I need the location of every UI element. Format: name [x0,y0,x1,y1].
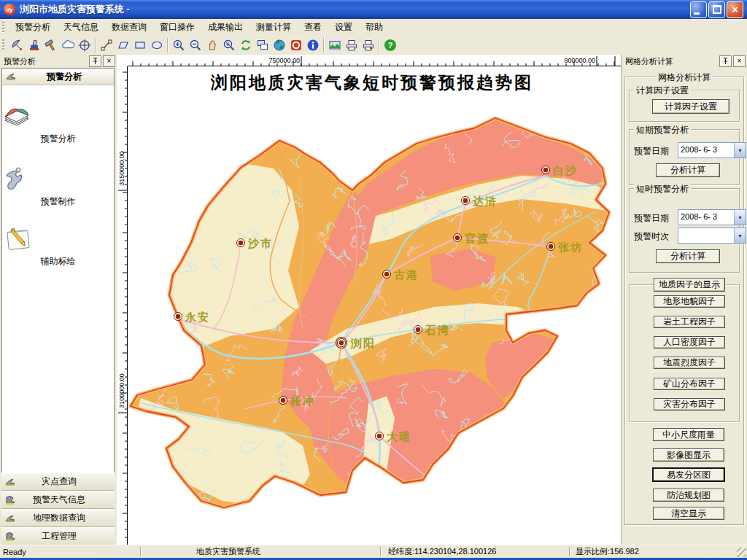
terrain-factor-button[interactable]: 地形地貌因子 [654,295,725,308]
disaster-factor-button[interactable]: 灾害分布因子 [654,398,725,411]
menu-item-6[interactable]: 查看 [298,19,328,36]
info-icon [306,38,320,52]
hand-stamp-icon [4,495,17,505]
bar-geo-data-query[interactable]: 地理数据查询 [1,509,115,527]
tool-warning-analysis[interactable]: 预警分析 [2,106,114,145]
bar-warning-weather-info[interactable]: 预警天气信息 [1,491,115,509]
warning-date-select[interactable]: 2008- 6- 3 ▼ [678,142,746,158]
svg-text:800000.00: 800000.00 [564,57,595,64]
menu-item-0[interactable]: 预警分析 [9,19,57,36]
geo-factor-display-button[interactable]: 地质因子的显示 [654,278,725,292]
print-preview-icon [361,38,376,52]
menu-grip-handle[interactable] [2,22,4,33]
draw-line-icon [99,38,114,52]
warning-date-select[interactable]: 2008- 6- 3 ▼ [678,209,746,225]
menu-item-3[interactable]: 窗口操作 [153,19,201,36]
status-bar: Ready 地质灾害预警系统 经纬度:114.230104,28.100126 … [0,545,747,558]
prevention-plan-button[interactable]: 防治规划图 [653,489,724,502]
book-icon [2,106,31,129]
notepad-pencil-icon [2,225,33,252]
stop-button[interactable] [287,37,304,53]
chevron-down-icon[interactable]: ▼ [734,210,746,225]
print-preview-button[interactable] [360,37,376,53]
menu-item-2[interactable]: 数据查询 [105,19,153,36]
tool-label: 预警分析 [2,133,114,145]
section-warning-analysis[interactable]: 预警分析 [2,69,114,85]
svg-text:3100000.00: 3100000.00 [118,373,125,408]
grid-analysis-panel: 网格分析计算 × 网格分析计算 计算因子设置 计算因子设置 短期预警分析 预警日… [621,55,747,545]
draw-polygon-button[interactable] [115,37,131,53]
map-canvas[interactable]: 浏阳地质灾害气象短时预警预报趋势图 [128,66,622,545]
pan-hand-button[interactable] [204,37,220,53]
chevron-down-icon[interactable]: ▼ [734,143,746,158]
close-button[interactable]: × [727,1,743,18]
weather-brush-icon [27,38,42,52]
toolbar-grip-handle[interactable] [2,39,4,50]
bar-disaster-point-query[interactable]: 灾点查询 [1,472,115,491]
zoom-extent-icon [222,38,236,52]
zoom-extent-button[interactable] [220,37,237,53]
resize-grip[interactable] [737,548,746,557]
right-panel-pin-button[interactable] [719,55,732,67]
geotech-factor-button[interactable]: 岩土工程因子 [654,316,725,328]
clear-display-button[interactable]: 清空显示 [653,507,724,520]
tool-label: 辅助标绘 [2,255,114,268]
wrench-icon [2,164,28,192]
calc-factor-settings-button[interactable]: 计算因子设置 [652,99,729,114]
menu-item-1[interactable]: 天气信息 [57,19,105,36]
window-copy-button[interactable] [254,37,271,53]
globe-button[interactable] [271,37,287,53]
weather-brush-button[interactable] [26,37,42,53]
population-factor-button[interactable]: 人口密度因子 [654,336,725,349]
zoom-out-button[interactable] [187,37,204,53]
group-legend: 短时预警分析 [634,183,691,195]
menu-item-5[interactable]: 测量计算 [249,19,298,36]
target-icon [77,38,92,52]
menu-item-4[interactable]: 成果输出 [201,19,249,36]
print-button[interactable] [343,37,360,53]
restore-button[interactable] [708,1,725,18]
refresh-button[interactable] [237,37,254,53]
minimize-icon [694,12,700,15]
status-coordinates: 经纬度:114.230104,28.100126 [381,546,569,557]
group-legend: 短期预警分析 [634,124,691,136]
left-panel-pin-button[interactable] [89,55,101,67]
right-panel-close-button[interactable]: × [733,55,746,67]
menu-item-7[interactable]: 设置 [328,19,359,36]
chevron-down-icon[interactable]: ▼ [734,228,746,243]
target-button[interactable] [76,37,93,53]
susceptibility-zoning-button[interactable]: 易发分区图 [652,467,725,482]
mine-factor-button[interactable]: 矿山分布因子 [654,378,725,390]
left-panel-bottom-bars: 灾点查询 预警天气信息 地理数据查询 工程管理 [1,472,115,545]
short-term-analyze-button[interactable]: 分析计算 [656,163,720,177]
image-display-button[interactable]: 影像图显示 [653,448,724,462]
minimize-button[interactable] [690,1,707,18]
cloud-button[interactable] [59,37,76,53]
pan-hand-icon [205,38,220,52]
close-icon: × [738,58,742,65]
help-button[interactable]: ? [382,37,398,53]
rainfall-scale-button[interactable]: 中小尺度雨量 [653,428,724,441]
city-label: 达浒 [472,195,498,207]
right-panel-title: 网格分析计算 [625,56,718,67]
draw-ellipse-button[interactable] [148,37,165,53]
bar-project-management[interactable]: 工程管理 [1,527,115,545]
image-output-button[interactable] [326,37,343,53]
short-time-analyze-button[interactable]: 分析计算 [656,249,720,263]
left-panel-close-button[interactable]: × [103,55,115,67]
stop-icon [289,38,303,52]
draw-rectangle-button[interactable] [131,37,148,53]
bar-label: 工程管理 [17,530,112,542]
zoom-in-button[interactable] [170,37,187,53]
info-button[interactable] [304,37,321,53]
build-tool-button[interactable] [42,37,59,53]
seismic-factor-button[interactable]: 地震烈度因子 [654,357,725,369]
tool-warning-production[interactable]: 预警制作 [2,164,114,208]
menu-item-8[interactable]: 帮助 [359,19,390,36]
tool-auxiliary-plotting[interactable]: 辅助标绘 [2,225,114,268]
warning-time-select[interactable]: ▼ [678,228,746,244]
city-label: 枨冲 [290,394,315,407]
warning-analysis-button[interactable] [9,37,26,53]
draw-line-button[interactable] [98,37,115,53]
window-copy-icon [255,38,270,52]
